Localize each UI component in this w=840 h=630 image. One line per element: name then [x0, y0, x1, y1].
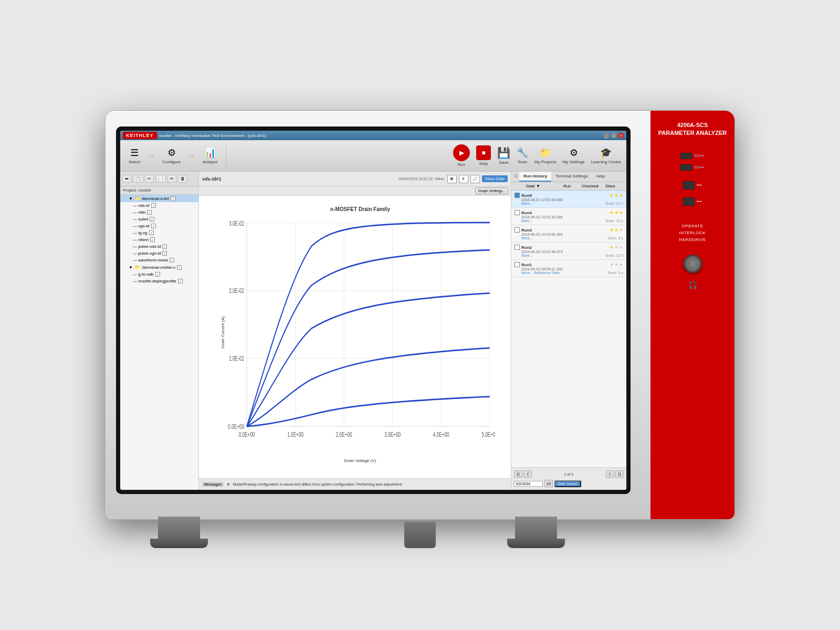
maximize-button[interactable]: □	[611, 133, 616, 138]
analyze-button[interactable]: 📊 Analyze	[200, 145, 220, 166]
check-vtlin[interactable]	[147, 210, 152, 215]
run-item-1[interactable]: Run1 ★ ★ ★ 2016-06-02 09:55:21.200 More.…	[511, 260, 626, 277]
check-ig-vg[interactable]	[149, 230, 154, 235]
star3-empty: ★	[619, 227, 623, 233]
tab-run-history[interactable]: Run History	[519, 172, 551, 182]
check-subvt[interactable]	[150, 217, 154, 222]
graph-settings-button[interactable]: Graph Settings...	[475, 187, 508, 194]
run3-more[interactable]: More...	[514, 236, 533, 240]
sidebar-item-pulse-vgs-id[interactable]: — pulse-vgs-id	[120, 250, 198, 257]
chart-title: vds-id#1	[202, 176, 397, 182]
rh-back-icon[interactable]: ◁	[511, 172, 519, 182]
date-input[interactable]	[514, 481, 543, 487]
stop-icon: ■	[476, 145, 491, 160]
view-label: View:	[435, 176, 445, 181]
expand-messages-icon[interactable]: ▼	[226, 482, 230, 487]
chart-inner: Drain Current (A)	[225, 215, 495, 450]
2terminal-label: 2terminal-misfet-n	[142, 265, 175, 270]
back-button[interactable]: 📋	[133, 175, 143, 183]
tab-help[interactable]: Help	[592, 172, 609, 182]
run-item-2[interactable]: Run2 ★ ★ ★ 2016-06-02 10:01:48.973 More.…	[511, 243, 626, 260]
sidebar-item-mosfet-doping[interactable]: — mosfet-dopingprofile	[120, 278, 198, 285]
select-button[interactable]: ☰ Select	[125, 145, 143, 166]
run-button[interactable]: ▶ Run	[453, 144, 470, 167]
check-g-to-sdb[interactable]	[155, 272, 160, 277]
sidebar-item-vtlin[interactable]: — vtlin	[120, 209, 198, 216]
usb2-port-1[interactable]	[683, 181, 695, 190]
date-search-button[interactable]: Date Search	[554, 480, 581, 487]
run3-stars: ★ ★ ★	[610, 227, 623, 233]
check-2terminal[interactable]	[177, 265, 182, 270]
usb3-port-2[interactable]	[680, 164, 692, 171]
sidebar-item-vds-id[interactable]: — vds-id	[120, 202, 198, 209]
save-button[interactable]: 💾 Save	[497, 146, 510, 165]
check-4terminal[interactable]	[171, 196, 175, 201]
save-data-button[interactable]: Save Data	[482, 175, 508, 182]
check-waveform-meas[interactable]	[170, 258, 174, 262]
foot-right	[507, 539, 565, 548]
copy-icon: ⬅	[125, 176, 129, 181]
run1-checkbox[interactable]	[514, 262, 520, 267]
operate-label: OPERATE	[679, 224, 706, 228]
sidebar-item-2terminal[interactable]: ▼ 📁 2terminal-misfet-n	[120, 264, 198, 271]
sidebar-item-ig-vg[interactable]: — ig-vg	[120, 229, 198, 236]
stop-button[interactable]: ■ Stop	[476, 145, 491, 166]
run-item-5[interactable]: Run5 ★ ★ ★ 2016-06-02 10:02:33.898 More.…	[511, 191, 626, 208]
run2-more[interactable]: More...	[514, 254, 533, 257]
run1-more[interactable]: More... Reference Data	[514, 271, 560, 275]
run5-more[interactable]: More...	[514, 202, 533, 205]
view-chart-button[interactable]: 📈	[470, 175, 480, 183]
title-bar: KEITHLEY mosfet - Keithley Interactive T…	[120, 131, 626, 140]
rh-col-date[interactable]: Date ▼	[526, 184, 561, 188]
rename-button[interactable]: ✏	[167, 175, 176, 183]
rh-col-checked: Checked	[582, 184, 603, 188]
date-calendar-button[interactable]: 15	[544, 480, 553, 487]
copy-button[interactable]: ⬅	[122, 175, 131, 183]
first-page-button[interactable]: ⟨⟨	[514, 470, 522, 478]
check-pulse-vgs-id[interactable]	[162, 251, 167, 256]
my-settings-button[interactable]: ⚙ My Settings	[563, 147, 585, 164]
paste-button[interactable]: 📄	[155, 175, 166, 183]
check-vgs-id[interactable]	[151, 224, 156, 228]
usb3-port-1[interactable]	[680, 153, 692, 159]
ss-label-1: SS⟵	[694, 154, 704, 158]
last-page-button[interactable]: ⟩⟩	[615, 470, 624, 478]
cut-button[interactable]: ✂	[145, 175, 154, 183]
usb2-port-group-1: ⟵	[683, 181, 702, 190]
tab-terminal-settings[interactable]: Terminal Settings	[551, 172, 592, 182]
minimize-button[interactable]: _	[604, 133, 609, 138]
run3-checkbox[interactable]	[514, 227, 520, 233]
my-projects-button[interactable]: 📁 My Projects	[534, 147, 556, 164]
sidebar-item-g-to-sdb[interactable]: — g-to-sdb	[120, 271, 198, 278]
sidebar-item-subvt[interactable]: — subvt	[120, 216, 198, 223]
run5-checkbox[interactable]	[514, 193, 520, 198]
view-table-button[interactable]: ⊞	[447, 175, 457, 183]
run4-more[interactable]: More...	[514, 219, 533, 223]
run-item-3[interactable]: Run3 ★ ★ ★ 2016-06-02 10:02:06.483 More.…	[511, 225, 626, 243]
sidebar-item-waveform-meas[interactable]: — waveform-meas	[120, 257, 198, 264]
power-button[interactable]	[684, 255, 702, 273]
run-item-4[interactable]: Run4 ★ ★ ★ 2016-06-02 10:02:20.286 More.…	[511, 208, 626, 225]
sidebar-item-vgs-id[interactable]: — vgs-id	[120, 223, 198, 229]
sidebar-item-pulse-vds-id[interactable]: — pulse-vds-id	[120, 243, 198, 250]
prev-page-button[interactable]: ⟨	[523, 470, 532, 478]
tools-button[interactable]: 🔧 Tools	[517, 147, 528, 164]
check-rdson[interactable]	[150, 237, 155, 242]
next-page-button[interactable]: ⟩	[606, 470, 614, 478]
view-grid-button[interactable]: ≡	[459, 175, 468, 183]
sidebar-item-rdson[interactable]: — rdson	[120, 236, 198, 243]
run2-checkbox[interactable]	[514, 245, 520, 250]
check-mosfet-doping[interactable]	[178, 279, 183, 284]
sidebar-item-4terminal[interactable]: ▼ 📁 4terminal-n-fet	[120, 195, 198, 202]
close-button[interactable]: ×	[618, 133, 624, 138]
delete-button[interactable]: 🗑	[178, 175, 187, 183]
paste-icon: 📄	[158, 176, 163, 181]
run-icon: ▶	[453, 144, 470, 161]
learning-center-button[interactable]: 🎓 Learning Center	[591, 147, 621, 164]
check-vds-id[interactable]	[151, 203, 156, 208]
run4-checkbox[interactable]	[514, 210, 520, 215]
configure-button[interactable]: ⚙ Configure	[159, 145, 184, 166]
check-pulse-vds-id[interactable]	[162, 244, 167, 249]
usb2-port-2[interactable]	[683, 197, 695, 206]
run3-exec: Exec: 9 s	[608, 236, 623, 240]
